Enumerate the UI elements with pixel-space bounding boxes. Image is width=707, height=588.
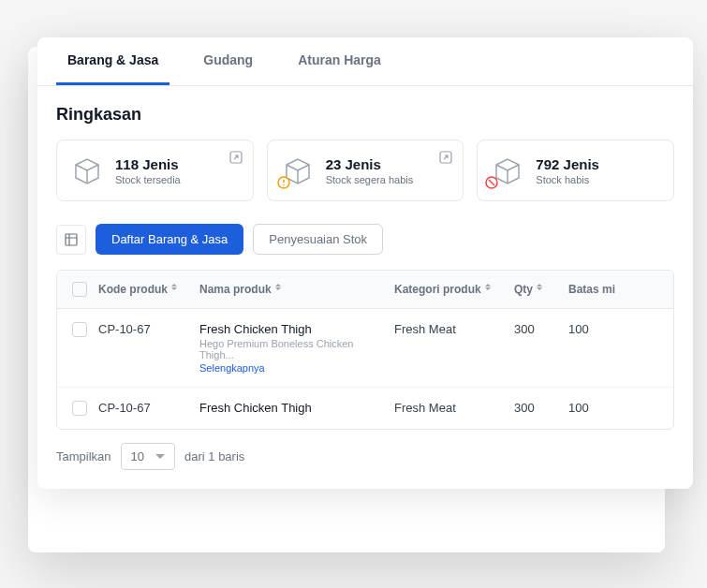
external-link-icon[interactable] xyxy=(438,150,453,165)
col-header-code[interactable]: Kode produk xyxy=(98,283,192,296)
table-row[interactable]: CP-10-67 Fresh Chicken Thigh Fresh Meat … xyxy=(57,388,673,429)
section-title: Ringkasan xyxy=(56,105,674,125)
chevron-down-icon xyxy=(155,454,165,460)
cell-category: Fresh Meat xyxy=(394,401,507,415)
sort-icon xyxy=(485,284,494,295)
main-panel: Barang & Jasa Gudang Aturan Harga Ringka… xyxy=(37,37,693,489)
row-checkbox[interactable] xyxy=(72,322,87,337)
col-header-min: Batas mi xyxy=(568,283,634,296)
col-header-category[interactable]: Kategori produk xyxy=(394,283,507,296)
card-count: 23 Jenis xyxy=(326,156,450,172)
sort-icon xyxy=(275,284,285,295)
box-empty-icon xyxy=(491,154,524,187)
table-header: Kode produk Nama produk Kategori produk … xyxy=(57,271,673,309)
card-stock-empty[interactable]: 792 Jenis Stock habis xyxy=(477,140,674,201)
cell-code: CP-10-67 xyxy=(98,322,192,336)
tab-bar: Barang & Jasa Gudang Aturan Harga xyxy=(37,37,693,86)
card-count: 792 Jenis xyxy=(536,156,660,172)
cell-subtitle: Hego Premium Boneless Chicken Thigh... xyxy=(199,338,387,360)
cell-min: 100 xyxy=(568,401,634,415)
card-stock-available[interactable]: 118 Jenis Stock tersedia xyxy=(56,140,254,201)
card-label: Stock habis xyxy=(536,174,660,185)
svg-point-2 xyxy=(283,184,285,186)
cell-name: Fresh Chicken Thigh xyxy=(199,322,387,336)
cell-qty: 300 xyxy=(514,322,561,336)
more-link[interactable]: Selengkapnya xyxy=(199,362,387,374)
per-page-select[interactable]: 10 xyxy=(121,443,175,470)
table-row[interactable]: CP-10-67 Fresh Chicken Thigh Hego Premiu… xyxy=(57,309,673,388)
toolbar: Daftar Barang & Jasa Penyesuaian Stok xyxy=(56,224,674,255)
external-link-icon[interactable] xyxy=(228,150,243,165)
cell-code: CP-10-67 xyxy=(98,401,192,415)
cell-min: 100 xyxy=(568,322,634,336)
cell-category: Fresh Meat xyxy=(394,322,507,336)
svg-rect-5 xyxy=(66,234,77,245)
grid-view-button[interactable] xyxy=(56,225,86,255)
card-count: 118 Jenis xyxy=(115,156,240,172)
sort-icon xyxy=(537,284,546,295)
stock-adjustment-button[interactable]: Penyesuaian Stok xyxy=(253,224,383,255)
cell-qty: 300 xyxy=(514,401,561,415)
col-header-qty[interactable]: Qty xyxy=(514,283,561,296)
cell-name: Fresh Chicken Thigh xyxy=(199,401,387,415)
row-checkbox[interactable] xyxy=(72,401,87,416)
pagination: Tampilkan 10 dari 1 baris xyxy=(56,443,674,470)
tab-gudang[interactable]: Gudang xyxy=(192,37,264,85)
box-warning-icon xyxy=(281,154,315,187)
box-icon xyxy=(70,154,104,187)
tab-barang-jasa[interactable]: Barang & Jasa xyxy=(56,37,169,85)
list-tab-button[interactable]: Daftar Barang & Jasa xyxy=(96,224,243,255)
card-stock-low[interactable]: 23 Jenis Stock segera habis xyxy=(267,140,464,201)
card-label: Stock segera habis xyxy=(326,174,450,185)
of-label: dari 1 baris xyxy=(184,449,244,463)
card-label: Stock tersedia xyxy=(115,174,240,185)
summary-cards: 118 Jenis Stock tersedia 23 xyxy=(56,140,674,201)
tab-aturan-harga[interactable]: Aturan Harga xyxy=(287,37,392,85)
col-header-name[interactable]: Nama produk xyxy=(199,283,387,296)
show-label: Tampilkan xyxy=(56,449,111,463)
select-all-checkbox[interactable] xyxy=(72,282,87,297)
sort-icon xyxy=(171,284,181,295)
product-table: Kode produk Nama produk Kategori produk … xyxy=(56,270,674,430)
